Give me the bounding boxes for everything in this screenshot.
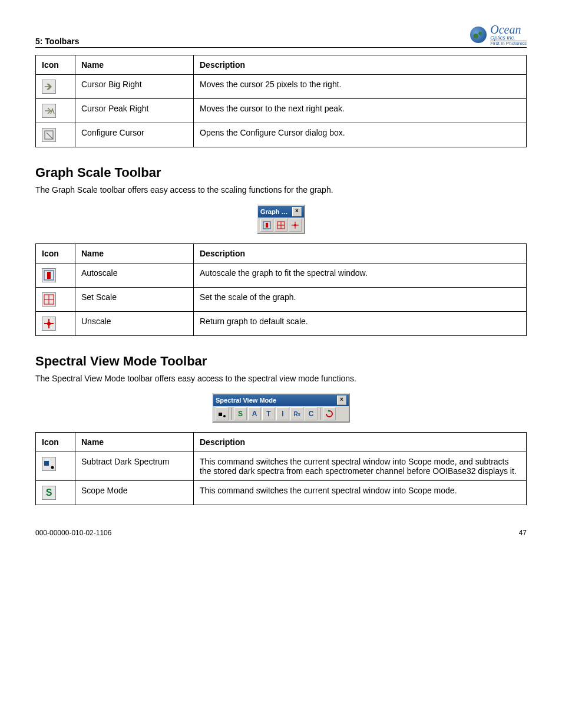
unscale-button[interactable] bbox=[289, 219, 302, 232]
th-icon: Icon bbox=[36, 433, 75, 452]
svg-point-18 bbox=[223, 415, 226, 417]
globe-icon bbox=[470, 27, 487, 43]
row-name: Cursor Big Right bbox=[75, 75, 194, 99]
spectral-view-table: Icon Name Description Subtract Dark Spec… bbox=[35, 432, 527, 505]
cursor-peak-right-icon bbox=[42, 104, 56, 118]
th-desc: Description bbox=[194, 244, 527, 263]
row-name: Set Scale bbox=[75, 288, 194, 312]
autoscale-button[interactable] bbox=[260, 219, 273, 232]
page-header: 5: Toolbars Ocean Optics Inc. First In P… bbox=[35, 24, 527, 48]
page-number: 47 bbox=[519, 529, 527, 537]
row-name: Scope Mode bbox=[75, 481, 194, 505]
row-name: Cursor Peak Right bbox=[75, 99, 194, 123]
svg-rect-2 bbox=[266, 223, 268, 228]
svg-point-20 bbox=[51, 466, 54, 469]
i-mode-button[interactable]: I bbox=[276, 407, 289, 420]
close-icon[interactable]: × bbox=[337, 396, 346, 405]
th-desc: Description bbox=[194, 433, 527, 452]
spectral-view-toolbar: Spectral View Mode × S A T I Rs C bbox=[212, 393, 350, 423]
th-icon: Icon bbox=[36, 55, 75, 75]
table-row: Unscale Return graph to default scale. bbox=[36, 312, 527, 336]
page-footer: 000-00000-010-02-1106 47 bbox=[35, 529, 527, 537]
row-desc: Moves the cursor 25 pixels to the right. bbox=[194, 75, 527, 99]
graph-scale-table: Icon Name Description Autoscale Autoscal… bbox=[35, 243, 527, 336]
th-name: Name bbox=[75, 55, 194, 75]
set-scale-icon bbox=[42, 292, 56, 307]
cursor-table: Icon Name Description Cursor Big Right M… bbox=[35, 55, 527, 147]
s-mode-button[interactable]: S bbox=[234, 407, 247, 420]
row-desc: Return graph to default scale. bbox=[194, 312, 527, 336]
configure-cursor-icon bbox=[42, 128, 56, 142]
doc-id: 000-00000-010-02-1106 bbox=[35, 529, 111, 537]
row-name: Unscale bbox=[75, 312, 194, 336]
toolbar-title: Graph … bbox=[260, 208, 287, 215]
toolbar-title: Spectral View Mode bbox=[216, 397, 276, 404]
th-name: Name bbox=[75, 244, 194, 263]
row-desc: This command switches the current spectr… bbox=[194, 481, 527, 505]
svg-rect-17 bbox=[219, 413, 222, 416]
section-title-spectral-view: Spectral View Mode Toolbar bbox=[35, 354, 527, 369]
svg-point-16 bbox=[47, 322, 51, 325]
subtract-dark-icon bbox=[42, 457, 56, 471]
svg-rect-10 bbox=[47, 272, 51, 279]
section-desc: The Spectral View Mode toolbar offers ea… bbox=[35, 373, 527, 385]
svg-rect-19 bbox=[44, 461, 49, 466]
c-mode-button[interactable]: C bbox=[305, 407, 318, 420]
table-row: Cursor Big Right Moves the cursor 25 pix… bbox=[36, 75, 527, 99]
table-row: Subtract Dark Spectrum This command swit… bbox=[36, 452, 527, 481]
row-name: Autoscale bbox=[75, 263, 194, 288]
subtract-dark-button[interactable] bbox=[216, 407, 229, 420]
table-row: Autoscale Autoscale the graph to fit the… bbox=[36, 263, 527, 288]
graph-scale-toolbar: Graph … × bbox=[257, 205, 305, 234]
row-desc: Moves the cursor to the next right peak. bbox=[194, 99, 527, 123]
row-name: Configure Cursor bbox=[75, 123, 194, 147]
section-title-graph-scale: Graph Scale Toolbar bbox=[35, 165, 527, 180]
unscale-icon bbox=[42, 317, 56, 331]
row-desc: This command switches the current spectr… bbox=[194, 452, 527, 481]
r-mode-button[interactable]: Rs bbox=[290, 407, 303, 420]
autoscale-icon bbox=[42, 268, 56, 282]
row-desc: Set the scale of the graph. bbox=[194, 288, 527, 312]
table-row: Set Scale Set the scale of the graph. bbox=[36, 288, 527, 312]
t-mode-button[interactable]: T bbox=[262, 407, 275, 420]
row-desc: Autoscale the graph to fit the spectral … bbox=[194, 263, 527, 288]
table-row: Cursor Peak Right Moves the cursor to th… bbox=[36, 99, 527, 123]
close-icon[interactable]: × bbox=[292, 207, 302, 216]
th-name: Name bbox=[75, 433, 194, 452]
running-head: 5: Toolbars bbox=[35, 37, 79, 46]
refresh-button[interactable] bbox=[323, 407, 336, 420]
scope-mode-icon: S bbox=[42, 486, 56, 500]
row-name: Subtract Dark Spectrum bbox=[75, 452, 194, 481]
row-desc: Opens the Configure Cursor dialog box. bbox=[194, 123, 527, 147]
logo: Ocean Optics Inc. First In Photonics bbox=[470, 24, 527, 46]
svg-point-8 bbox=[294, 224, 296, 226]
th-desc: Description bbox=[194, 55, 527, 75]
cursor-big-right-icon bbox=[42, 80, 56, 94]
th-icon: Icon bbox=[36, 244, 75, 263]
table-row: S Scope Mode This command switches the c… bbox=[36, 481, 527, 505]
a-mode-button[interactable]: A bbox=[248, 407, 261, 420]
set-scale-button[interactable] bbox=[275, 219, 287, 232]
section-desc: The Graph Scale toolbar offers easy acce… bbox=[35, 184, 527, 196]
table-row: Configure Cursor Opens the Configure Cur… bbox=[36, 123, 527, 147]
